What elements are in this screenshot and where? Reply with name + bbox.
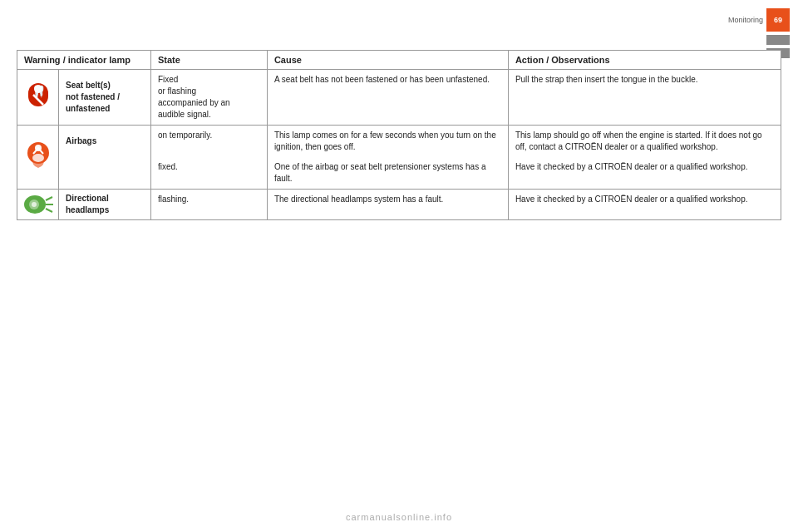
- page-number-box: Monitoring 69: [728, 8, 790, 32]
- headlamp-state: flashing.: [150, 190, 267, 220]
- airbag-state-1: on temporarily.: [150, 126, 267, 158]
- svg-point-7: [32, 154, 44, 162]
- table-header-row: Warning / indicator lamp State Cause Act…: [17, 51, 781, 70]
- svg-point-10: [32, 202, 37, 207]
- svg-line-13: [46, 209, 52, 212]
- seatbelt-icon: 🦷: [25, 81, 52, 113]
- airbag-action-2: Have it checked by a CITROËN dealer or a…: [508, 157, 781, 190]
- headlamp-label: Directionalheadlamps: [59, 190, 151, 220]
- airbag-label-empty: [59, 157, 151, 190]
- headlamp-action: Have it checked by a CITROËN dealer or a…: [508, 190, 781, 220]
- table-row: Airbags on temporarily. This lamp comes …: [17, 126, 781, 158]
- table-row: fixed. One of the airbag or seat belt pr…: [17, 157, 781, 190]
- main-content: Warning / indicator lamp State Cause Act…: [17, 50, 781, 220]
- svg-point-3: [34, 85, 42, 93]
- airbag-icon-cell: [17, 126, 59, 190]
- airbag-action-1: This lamp should go off when the engine …: [508, 126, 781, 158]
- airbag-cause-2: One of the airbag or seat belt pretensio…: [267, 157, 508, 190]
- airbag-icon: [24, 141, 52, 173]
- airbag-label: Airbags: [59, 126, 151, 158]
- headlamp-cause: The directional headlamps system has a f…: [267, 190, 508, 220]
- seatbelt-state: Fixedor flashingaccompanied by anaudible…: [150, 70, 267, 126]
- airbag-cause-1: This lamp comes on for a few seconds whe…: [267, 126, 508, 158]
- page-number-badge: 69: [766, 8, 790, 32]
- seatbelt-action: Pull the strap then insert the tongue in…: [508, 70, 781, 126]
- nav-bar-1: [766, 35, 790, 45]
- warning-table: Warning / indicator lamp State Cause Act…: [17, 50, 781, 220]
- headlamp-icon: [23, 193, 53, 216]
- seatbelt-label: Seat belt(s)not fastened /unfastened: [59, 70, 151, 126]
- seatbelt-icon-cell: 🦷: [17, 70, 59, 126]
- header-cause: Cause: [267, 51, 508, 70]
- watermark: carmanualsonline.info: [346, 512, 452, 522]
- section-label: Monitoring: [728, 16, 763, 24]
- header-state: State: [150, 51, 267, 70]
- header-warning: Warning / indicator lamp: [17, 51, 151, 70]
- headlamp-icon-cell: [17, 190, 59, 220]
- airbag-state-2: fixed.: [150, 157, 267, 190]
- header-action: Action / Observations: [508, 51, 781, 70]
- table-row: Directionalheadlamps flashing. The direc…: [17, 190, 781, 220]
- seatbelt-cause: A seat belt has not been fastened or has…: [267, 70, 508, 126]
- svg-line-11: [46, 197, 52, 200]
- table-row: 🦷 Seat belt(s)not fastened /unfastened F…: [17, 70, 781, 126]
